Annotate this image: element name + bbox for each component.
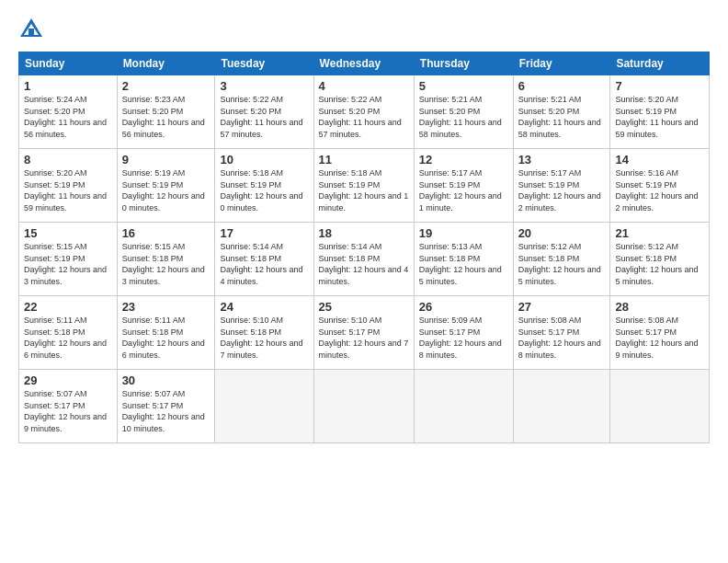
calendar-cell: 14Sunrise: 5:16 AM Sunset: 5:19 PM Dayli… bbox=[610, 149, 710, 223]
day-info: Sunrise: 5:11 AM Sunset: 5:18 PM Dayligh… bbox=[122, 315, 210, 361]
day-number: 14 bbox=[615, 153, 704, 167]
calendar-cell bbox=[414, 370, 513, 443]
day-number: 13 bbox=[518, 153, 606, 167]
calendar-cell bbox=[513, 370, 610, 443]
calendar-cell: 20Sunrise: 5:12 AM Sunset: 5:18 PM Dayli… bbox=[513, 223, 610, 296]
day-number: 4 bbox=[319, 79, 409, 93]
day-number: 17 bbox=[220, 226, 308, 240]
day-info: Sunrise: 5:08 AM Sunset: 5:17 PM Dayligh… bbox=[518, 315, 606, 361]
calendar-cell: 22Sunrise: 5:11 AM Sunset: 5:18 PM Dayli… bbox=[19, 296, 118, 370]
day-info: Sunrise: 5:24 AM Sunset: 5:20 PM Dayligh… bbox=[24, 94, 112, 140]
calendar-cell: 9Sunrise: 5:19 AM Sunset: 5:19 PM Daylig… bbox=[117, 149, 215, 223]
day-number: 5 bbox=[419, 79, 508, 93]
day-info: Sunrise: 5:16 AM Sunset: 5:19 PM Dayligh… bbox=[615, 167, 704, 213]
day-info: Sunrise: 5:11 AM Sunset: 5:18 PM Dayligh… bbox=[24, 315, 112, 361]
day-number: 28 bbox=[615, 300, 704, 314]
calendar-cell: 11Sunrise: 5:18 AM Sunset: 5:19 PM Dayli… bbox=[313, 149, 414, 223]
calendar-cell bbox=[215, 370, 313, 443]
calendar-cell: 13Sunrise: 5:17 AM Sunset: 5:19 PM Dayli… bbox=[513, 149, 610, 223]
calendar-cell: 2Sunrise: 5:23 AM Sunset: 5:20 PM Daylig… bbox=[117, 75, 215, 149]
calendar-cell: 26Sunrise: 5:09 AM Sunset: 5:17 PM Dayli… bbox=[414, 296, 513, 370]
calendar-cell: 7Sunrise: 5:20 AM Sunset: 5:19 PM Daylig… bbox=[610, 75, 710, 149]
day-info: Sunrise: 5:20 AM Sunset: 5:19 PM Dayligh… bbox=[615, 94, 704, 140]
day-number: 25 bbox=[319, 300, 409, 314]
weekday-header-monday: Monday bbox=[117, 52, 215, 75]
page: SundayMondayTuesdayWednesdayThursdayFrid… bbox=[0, 0, 728, 563]
day-info: Sunrise: 5:18 AM Sunset: 5:19 PM Dayligh… bbox=[220, 167, 308, 213]
calendar-cell: 21Sunrise: 5:12 AM Sunset: 5:18 PM Dayli… bbox=[610, 223, 710, 296]
calendar-week-row: 15Sunrise: 5:15 AM Sunset: 5:19 PM Dayli… bbox=[19, 223, 710, 296]
day-info: Sunrise: 5:08 AM Sunset: 5:17 PM Dayligh… bbox=[615, 315, 704, 361]
svg-rect-2 bbox=[28, 29, 34, 35]
day-info: Sunrise: 5:07 AM Sunset: 5:17 PM Dayligh… bbox=[24, 388, 112, 434]
day-info: Sunrise: 5:17 AM Sunset: 5:19 PM Dayligh… bbox=[518, 167, 606, 213]
calendar-cell: 29Sunrise: 5:07 AM Sunset: 5:17 PM Dayli… bbox=[19, 370, 118, 443]
day-info: Sunrise: 5:20 AM Sunset: 5:19 PM Dayligh… bbox=[24, 167, 112, 213]
day-number: 21 bbox=[615, 226, 704, 240]
weekday-header-sunday: Sunday bbox=[19, 52, 118, 75]
calendar-cell: 8Sunrise: 5:20 AM Sunset: 5:19 PM Daylig… bbox=[19, 149, 118, 223]
day-info: Sunrise: 5:15 AM Sunset: 5:18 PM Dayligh… bbox=[122, 241, 210, 287]
calendar-cell: 23Sunrise: 5:11 AM Sunset: 5:18 PM Dayli… bbox=[117, 296, 215, 370]
calendar-cell: 5Sunrise: 5:21 AM Sunset: 5:20 PM Daylig… bbox=[414, 75, 513, 149]
calendar-cell: 3Sunrise: 5:22 AM Sunset: 5:20 PM Daylig… bbox=[215, 75, 313, 149]
calendar-cell: 28Sunrise: 5:08 AM Sunset: 5:17 PM Dayli… bbox=[610, 296, 710, 370]
calendar-cell: 6Sunrise: 5:21 AM Sunset: 5:20 PM Daylig… bbox=[513, 75, 610, 149]
calendar-cell: 16Sunrise: 5:15 AM Sunset: 5:18 PM Dayli… bbox=[117, 223, 215, 296]
day-number: 6 bbox=[518, 79, 606, 93]
day-info: Sunrise: 5:15 AM Sunset: 5:19 PM Dayligh… bbox=[24, 241, 112, 287]
day-number: 2 bbox=[122, 79, 210, 93]
calendar-cell: 4Sunrise: 5:22 AM Sunset: 5:20 PM Daylig… bbox=[313, 75, 414, 149]
day-info: Sunrise: 5:22 AM Sunset: 5:20 PM Dayligh… bbox=[319, 94, 409, 140]
day-info: Sunrise: 5:14 AM Sunset: 5:18 PM Dayligh… bbox=[319, 241, 409, 287]
calendar-cell bbox=[313, 370, 414, 443]
day-info: Sunrise: 5:17 AM Sunset: 5:19 PM Dayligh… bbox=[419, 167, 508, 213]
day-number: 12 bbox=[419, 153, 508, 167]
day-number: 3 bbox=[220, 79, 308, 93]
day-info: Sunrise: 5:14 AM Sunset: 5:18 PM Dayligh… bbox=[220, 241, 308, 287]
day-info: Sunrise: 5:12 AM Sunset: 5:18 PM Dayligh… bbox=[615, 241, 704, 287]
calendar-cell: 30Sunrise: 5:07 AM Sunset: 5:17 PM Dayli… bbox=[117, 370, 215, 443]
calendar-cell: 24Sunrise: 5:10 AM Sunset: 5:18 PM Dayli… bbox=[215, 296, 313, 370]
calendar-cell bbox=[610, 370, 710, 443]
day-number: 23 bbox=[122, 300, 210, 314]
weekday-header-friday: Friday bbox=[513, 52, 610, 75]
day-info: Sunrise: 5:12 AM Sunset: 5:18 PM Dayligh… bbox=[518, 241, 606, 287]
calendar-week-row: 22Sunrise: 5:11 AM Sunset: 5:18 PM Dayli… bbox=[19, 296, 710, 370]
day-info: Sunrise: 5:23 AM Sunset: 5:20 PM Dayligh… bbox=[122, 94, 210, 140]
calendar-cell: 18Sunrise: 5:14 AM Sunset: 5:18 PM Dayli… bbox=[313, 223, 414, 296]
day-number: 1 bbox=[24, 79, 112, 93]
calendar-cell: 1Sunrise: 5:24 AM Sunset: 5:20 PM Daylig… bbox=[19, 75, 118, 149]
weekday-header-tuesday: Tuesday bbox=[215, 52, 313, 75]
calendar-cell: 25Sunrise: 5:10 AM Sunset: 5:17 PM Dayli… bbox=[313, 296, 414, 370]
calendar-cell: 17Sunrise: 5:14 AM Sunset: 5:18 PM Dayli… bbox=[215, 223, 313, 296]
logo bbox=[18, 17, 46, 42]
calendar-cell: 19Sunrise: 5:13 AM Sunset: 5:18 PM Dayli… bbox=[414, 223, 513, 296]
day-info: Sunrise: 5:21 AM Sunset: 5:20 PM Dayligh… bbox=[518, 94, 606, 140]
day-number: 22 bbox=[24, 300, 112, 314]
calendar-cell: 15Sunrise: 5:15 AM Sunset: 5:19 PM Dayli… bbox=[19, 223, 118, 296]
day-number: 24 bbox=[220, 300, 308, 314]
calendar-cell: 10Sunrise: 5:18 AM Sunset: 5:19 PM Dayli… bbox=[215, 149, 313, 223]
day-number: 9 bbox=[122, 153, 210, 167]
day-number: 11 bbox=[319, 153, 409, 167]
day-number: 8 bbox=[24, 153, 112, 167]
weekday-header-saturday: Saturday bbox=[610, 52, 710, 75]
day-number: 27 bbox=[518, 300, 606, 314]
day-number: 10 bbox=[220, 153, 308, 167]
calendar-cell: 12Sunrise: 5:17 AM Sunset: 5:19 PM Dayli… bbox=[414, 149, 513, 223]
calendar-week-row: 29Sunrise: 5:07 AM Sunset: 5:17 PM Dayli… bbox=[19, 370, 710, 443]
day-info: Sunrise: 5:13 AM Sunset: 5:18 PM Dayligh… bbox=[419, 241, 508, 287]
calendar-week-row: 1Sunrise: 5:24 AM Sunset: 5:20 PM Daylig… bbox=[19, 75, 710, 149]
weekday-header-thursday: Thursday bbox=[414, 52, 513, 75]
day-info: Sunrise: 5:21 AM Sunset: 5:20 PM Dayligh… bbox=[419, 94, 508, 140]
day-number: 18 bbox=[319, 226, 409, 240]
day-info: Sunrise: 5:19 AM Sunset: 5:19 PM Dayligh… bbox=[122, 167, 210, 213]
day-info: Sunrise: 5:18 AM Sunset: 5:19 PM Dayligh… bbox=[319, 167, 409, 213]
day-number: 29 bbox=[24, 373, 112, 387]
day-info: Sunrise: 5:10 AM Sunset: 5:17 PM Dayligh… bbox=[319, 315, 409, 361]
day-number: 20 bbox=[518, 226, 606, 240]
day-number: 16 bbox=[122, 226, 210, 240]
day-info: Sunrise: 5:10 AM Sunset: 5:18 PM Dayligh… bbox=[220, 315, 308, 361]
day-info: Sunrise: 5:09 AM Sunset: 5:17 PM Dayligh… bbox=[419, 315, 508, 361]
